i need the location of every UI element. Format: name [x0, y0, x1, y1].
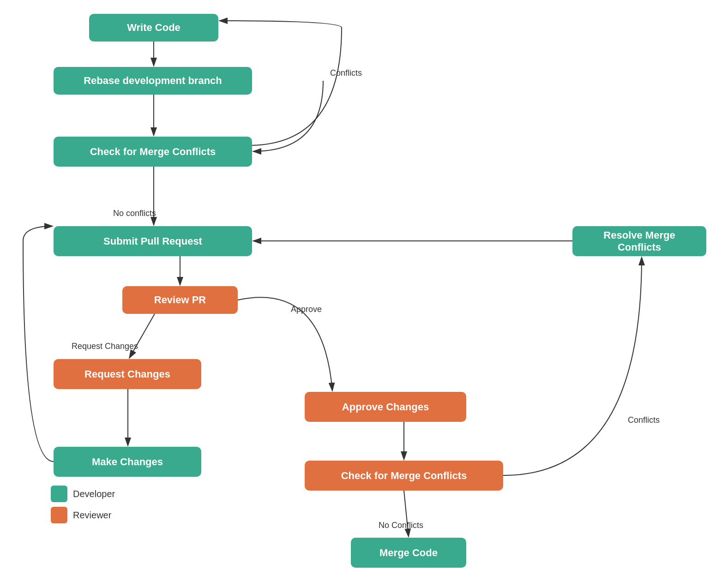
resolve-conflicts-node: Resolve Merge Conflicts: [572, 226, 706, 256]
check-merge-top-node: Check for Merge Conflicts: [54, 137, 252, 167]
request-changes-label: Request Changes: [72, 342, 138, 351]
write-code-node: Write Code: [89, 14, 218, 42]
no-conflicts-top-label: No conflicts: [113, 209, 156, 218]
rebase-node: Rebase development branch: [54, 67, 252, 95]
legend-reviewer-label: Reviewer: [73, 510, 111, 521]
approve-label: Approve: [291, 305, 322, 314]
legend-developer-label: Developer: [73, 489, 115, 499]
make-changes-node: Make Changes: [54, 447, 201, 477]
conflicts-bottom-label: Conflicts: [628, 415, 660, 425]
request-changes-node: Request Changes: [54, 359, 201, 389]
legend-reviewer-box: [51, 507, 67, 523]
submit-pr-node: Submit Pull Request: [54, 226, 252, 256]
merge-code-node: Merge Code: [351, 538, 466, 568]
legend: Developer Reviewer: [51, 486, 115, 528]
review-pr-node: Review PR: [122, 286, 238, 314]
no-conflicts-bottom-label: No Conflicts: [379, 521, 423, 530]
conflicts-top-label: Conflicts: [330, 68, 362, 78]
check-merge-bottom-node: Check for Merge Conflicts: [305, 461, 503, 491]
svg-line-5: [129, 314, 155, 358]
legend-developer-box: [51, 486, 67, 502]
approve-changes-node: Approve Changes: [305, 392, 466, 422]
diagram-container: Write Code Rebase development branch Che…: [0, 0, 722, 588]
